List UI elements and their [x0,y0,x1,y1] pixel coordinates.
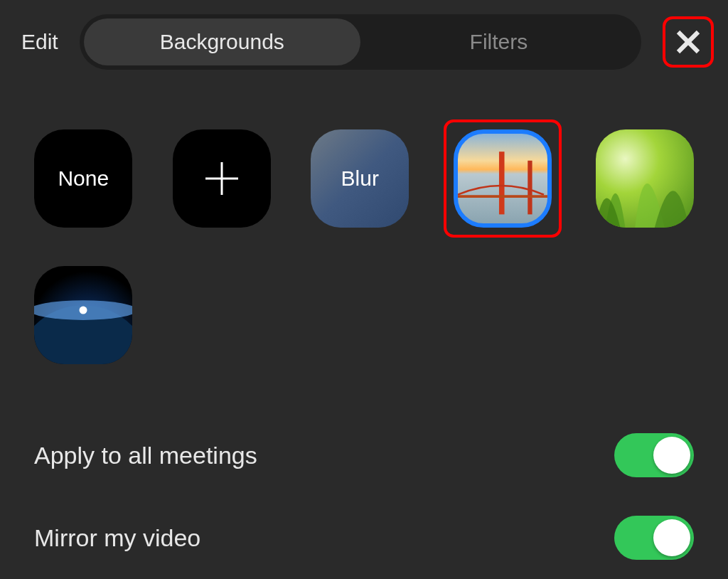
svg-rect-2 [498,152,504,214]
toggle-knob [653,519,690,556]
blur-label: Blur [341,166,379,191]
background-none[interactable]: None [34,129,132,228]
toggle-knob [653,437,690,474]
apply-all-toggle[interactable] [614,433,694,477]
segmented-control: Backgrounds Filters [80,14,641,70]
setting-mirror: Mirror my video [34,496,694,579]
grass-thumbnail [596,129,694,228]
mirror-label: Mirror my video [34,524,200,552]
background-image-bridge[interactable] [454,129,552,228]
background-blur[interactable]: Blur [311,129,409,228]
background-image-grass[interactable] [596,129,694,228]
close-button[interactable] [663,16,714,68]
mirror-toggle[interactable] [614,516,694,560]
background-add[interactable] [173,129,271,228]
edit-link[interactable]: Edit [21,30,58,54]
svg-rect-3 [528,161,532,215]
bridge-thumbnail [458,134,547,223]
earth-thumbnail [34,266,132,364]
background-image-earth[interactable] [34,266,132,364]
tab-backgrounds[interactable]: Backgrounds [84,18,360,65]
setting-apply-all: Apply to all meetings [34,414,694,496]
settings-section: Apply to all meetings Mirror my video [0,386,728,579]
selected-highlight [444,119,562,238]
tab-filters[interactable]: Filters [360,18,637,65]
none-label: None [58,166,109,191]
apply-all-label: Apply to all meetings [34,442,257,469]
backgrounds-grid: None Blur [0,70,728,386]
close-icon [673,27,703,57]
svg-point-7 [80,307,87,314]
plus-icon [205,162,238,195]
